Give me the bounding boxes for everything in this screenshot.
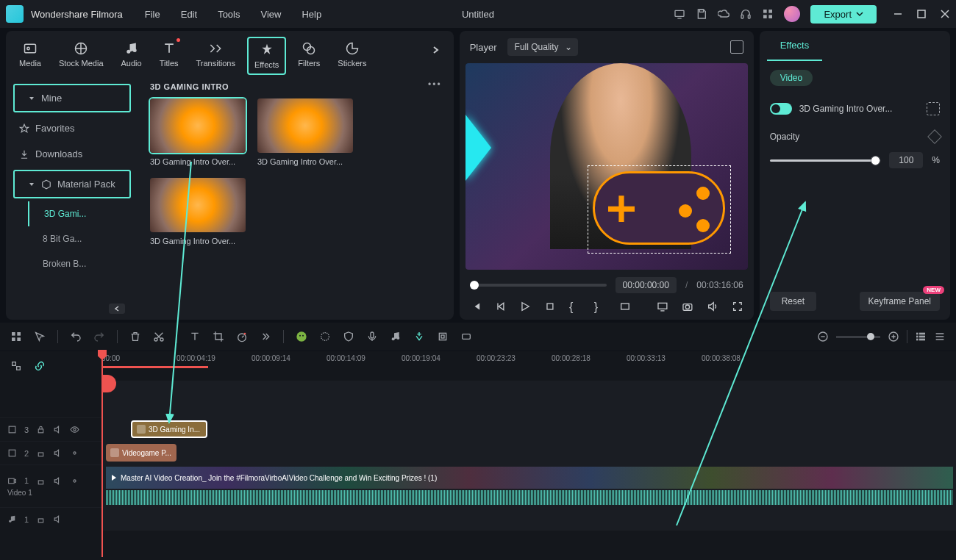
export-button[interactable]: Export (810, 5, 877, 24)
quality-select[interactable]: Full Quality (507, 38, 578, 56)
playhead[interactable] (101, 351, 103, 557)
mark-in-icon[interactable]: { (569, 301, 581, 312)
clip-3d-gaming[interactable]: 3D Gaming In... (131, 420, 207, 438)
lock-icon[interactable] (36, 514, 46, 524)
zoom-slider[interactable] (836, 336, 880, 338)
mute-icon[interactable] (53, 476, 63, 486)
sidebar-item-downloads[interactable]: Downloads (6, 141, 138, 167)
marker-icon[interactable] (437, 331, 449, 342)
pointer-icon[interactable] (34, 331, 46, 342)
ratio-icon[interactable] (619, 301, 631, 312)
stop-icon[interactable] (544, 301, 556, 312)
opacity-value[interactable]: 100 (889, 152, 923, 168)
magnet-icon[interactable] (413, 331, 425, 342)
music-icon[interactable] (390, 331, 402, 342)
preview-viewport[interactable] (465, 63, 748, 270)
mute-icon[interactable] (53, 425, 63, 434)
eye-icon[interactable] (70, 476, 79, 486)
fullscreen-icon[interactable] (732, 301, 743, 312)
sidebar-sub-8bit[interactable]: 8 Bit Ga... (6, 226, 138, 251)
menu-file[interactable]: File (145, 9, 160, 20)
properties-tab-effects[interactable]: Effects (767, 31, 823, 61)
effect-toggle[interactable] (770, 103, 792, 115)
crop-icon[interactable] (213, 331, 224, 342)
keyframe-diamond-icon[interactable] (927, 129, 942, 144)
tab-transitions[interactable]: Transitions (190, 37, 241, 72)
sidebar-item-mine[interactable]: Mine (13, 84, 131, 112)
tl-settings-icon[interactable] (934, 331, 946, 342)
cut-icon[interactable] (153, 331, 165, 342)
more-icon[interactable] (260, 331, 271, 342)
mic-icon[interactable] (366, 331, 378, 342)
mask-icon[interactable] (927, 102, 940, 115)
eye-icon[interactable] (70, 448, 79, 458)
tab-stock-media[interactable]: Stock Media (53, 37, 110, 72)
snapshot-icon[interactable] (730, 40, 743, 54)
eye-icon[interactable] (70, 425, 79, 434)
tab-titles[interactable]: Titles (154, 37, 185, 72)
prev-frame-icon[interactable] (470, 301, 482, 312)
display-icon[interactable] (674, 8, 685, 20)
headphones-icon[interactable] (740, 8, 752, 20)
speed-icon[interactable] (236, 331, 248, 342)
minimize-icon[interactable] (893, 9, 903, 19)
redo-icon[interactable] (93, 331, 105, 342)
effect-thumb-1[interactable]: 3D Gaming Intro Over... (150, 98, 246, 166)
sidebar-collapse-button[interactable] (109, 304, 125, 314)
tab-media[interactable]: Media (13, 37, 47, 72)
play-reverse-icon[interactable] (495, 301, 507, 312)
undo-icon[interactable] (70, 331, 82, 342)
sidebar-sub-3d-gaming[interactable]: 3D Gami... (28, 201, 138, 226)
close-icon[interactable] (940, 9, 950, 19)
play-icon[interactable] (519, 301, 531, 312)
marker-handle[interactable] (101, 375, 116, 392)
link-icon[interactable] (34, 360, 46, 372)
shield-icon[interactable] (343, 331, 354, 342)
apps-icon[interactable] (762, 8, 774, 20)
lock-icon[interactable] (36, 425, 46, 434)
lock-icon[interactable] (36, 448, 46, 458)
tl-view-icon[interactable] (915, 331, 927, 342)
menu-tools[interactable]: Tools (218, 9, 240, 20)
lock-icon[interactable] (36, 476, 46, 486)
record-icon[interactable] (460, 331, 472, 342)
tab-filters[interactable]: Filters (292, 37, 326, 72)
reset-button[interactable]: Reset (770, 292, 816, 311)
video-pill[interactable]: Video (770, 70, 813, 86)
monitor-icon[interactable] (657, 301, 668, 312)
keyframe-panel-button[interactable]: Keyframe Panel NEW (860, 292, 940, 311)
effect-thumb-2[interactable]: 3D Gaming Intro Over... (257, 98, 353, 166)
sidebar-item-material-pack[interactable]: Material Pack (13, 170, 131, 198)
trash-icon[interactable] (129, 331, 141, 342)
camera-icon[interactable] (682, 301, 693, 312)
menu-view[interactable]: View (260, 9, 281, 20)
zoom-in-icon[interactable] (888, 331, 899, 342)
tabs-more-button[interactable] (426, 37, 446, 63)
audio-waveform[interactable] (106, 490, 953, 505)
tab-effects[interactable]: Effects (247, 37, 286, 75)
save-icon[interactable] (696, 8, 707, 20)
effect-thumb-3[interactable]: 3D Gaming Intro Over... (150, 178, 246, 245)
menu-edit[interactable]: Edit (181, 9, 197, 20)
clip-videogame[interactable]: Videogame P... (106, 444, 176, 462)
timeline-ruler[interactable]: 00:0000:00:04:1900:00:09:1400:00:14:0900… (101, 351, 956, 381)
user-avatar[interactable] (784, 6, 800, 22)
menu-help[interactable]: Help (302, 9, 321, 20)
overlay-selection-box[interactable] (588, 165, 731, 254)
tab-audio[interactable]: Audio (115, 37, 148, 72)
tl-layers-icon[interactable] (10, 360, 22, 372)
sidebar-item-favorites[interactable]: Favorites (6, 115, 138, 141)
mute-icon[interactable] (53, 514, 63, 524)
mute-icon[interactable] (53, 448, 63, 458)
sidebar-sub-broken[interactable]: Broken B... (6, 251, 138, 276)
volume-icon[interactable] (707, 301, 718, 312)
ai-avatar-icon[interactable] (296, 331, 307, 342)
opacity-slider[interactable] (770, 159, 881, 162)
zoom-out-icon[interactable] (817, 331, 829, 342)
tl-grid-icon[interactable] (10, 331, 22, 342)
seek-bar[interactable] (470, 284, 607, 287)
maximize-icon[interactable] (916, 9, 927, 19)
video-clip[interactable]: Master AI Video Creation_ Join the #Film… (106, 467, 953, 489)
color-icon[interactable] (319, 331, 331, 342)
text-icon[interactable] (189, 331, 201, 342)
